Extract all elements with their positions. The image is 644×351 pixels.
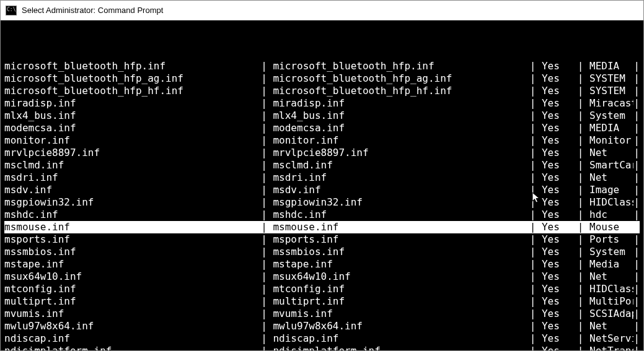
cell-inbox: Yes [542, 345, 578, 350]
cell-inbox: Yes [542, 134, 578, 147]
table-row[interactable]: ndiscap.inf | ndiscap.inf | Yes | NetSer… [4, 332, 640, 345]
cmd-icon [6, 6, 17, 15]
column-separator: | [530, 332, 542, 345]
table-row[interactable]: mvumis.inf | mvumis.inf | Yes | SCSIAdap… [4, 308, 640, 320]
column-separator: | [261, 320, 273, 332]
table-row[interactable]: monitor.inf | monitor.inf | Yes | Monito… [4, 134, 640, 147]
cell-published-name: microsoft_bluetooth_hfp_ag.inf [4, 72, 261, 85]
column-separator: | [530, 171, 542, 184]
row-end-separator: | [633, 97, 640, 110]
cell-published-name: msclmd.inf [4, 159, 261, 171]
cell-class: Monitor [589, 134, 633, 147]
column-separator: | [261, 110, 273, 122]
cell-original-name: mshdc.inf [273, 209, 529, 221]
table-row[interactable]: msux64w10.inf | msux64w10.inf | Yes | Ne… [4, 271, 640, 283]
table-row[interactable]: mstape.inf | mstape.inf | Yes | Media| [4, 258, 640, 271]
cell-original-name: msmouse.inf [273, 221, 529, 233]
column-separator: | [578, 122, 589, 134]
table-row[interactable]: msdv.inf | msdv.inf | Yes | Image| [4, 184, 640, 196]
cell-original-name: ndiscap.inf [273, 332, 529, 345]
cell-original-name: ndisimplatform.inf [273, 345, 529, 350]
table-row[interactable]: microsoft_bluetooth_hfp_ag.inf | microso… [4, 72, 640, 85]
cell-inbox: Yes [542, 196, 578, 209]
cell-class: System [589, 110, 633, 122]
cell-inbox: Yes [542, 308, 578, 320]
column-separator: | [578, 159, 589, 171]
cell-class: HIDClass [589, 196, 633, 209]
cell-published-name: msux64w10.inf [4, 271, 261, 283]
row-end-separator: | [633, 258, 640, 271]
cell-inbox: Yes [542, 110, 578, 122]
column-separator: | [578, 97, 589, 110]
titlebar[interactable]: Select Administrator: Command Prompt [1, 1, 643, 20]
table-row[interactable]: ndisimplatform.inf | ndisimplatform.inf … [4, 345, 640, 350]
table-row[interactable]: mssmbios.inf | mssmbios.inf | Yes | Syst… [4, 246, 640, 258]
column-separator: | [578, 72, 589, 85]
table-row[interactable]: microsoft_bluetooth_hfp_hf.inf | microso… [4, 85, 640, 97]
cell-original-name: multiprt.inf [273, 295, 529, 308]
cell-original-name: miradisp.inf [273, 97, 529, 110]
column-separator: | [578, 184, 589, 196]
row-end-separator: | [633, 221, 640, 233]
table-row[interactable]: mshdc.inf | mshdc.inf | Yes | hdc| [4, 209, 640, 221]
table-row[interactable]: mtconfig.inf | mtconfig.inf | Yes | HIDC… [4, 283, 640, 295]
cell-original-name: mwlu97w8x64.inf [273, 320, 529, 332]
column-separator: | [530, 258, 542, 271]
table-row[interactable]: mrvlpcie8897.inf | mrvlpcie8897.inf | Ye… [4, 147, 640, 159]
column-separator: | [530, 147, 542, 159]
column-separator: | [578, 320, 589, 332]
cell-published-name: msdri.inf [4, 171, 261, 184]
column-separator: | [261, 295, 273, 308]
table-row[interactable]: msclmd.inf | msclmd.inf | Yes | SmartCar… [4, 159, 640, 171]
row-end-separator: | [633, 320, 640, 332]
column-separator: | [261, 258, 273, 271]
table-row[interactable]: multiprt.inf | multiprt.inf | Yes | Mult… [4, 295, 640, 308]
column-separator: | [578, 134, 589, 147]
table-row[interactable]: msports.inf | msports.inf | Yes | Ports| [4, 233, 640, 246]
cell-inbox: Yes [542, 171, 578, 184]
row-end-separator: | [633, 171, 640, 184]
row-end-separator: | [633, 271, 640, 283]
column-separator: | [530, 271, 542, 283]
column-separator: | [530, 308, 542, 320]
row-end-separator: | [633, 110, 640, 122]
cell-original-name: microsoft_bluetooth_hfp_ag.inf [273, 72, 529, 85]
cell-inbox: Yes [542, 85, 578, 97]
console-output[interactable]: microsoft_bluetooth_hfp.inf | microsoft_… [1, 20, 643, 350]
column-separator: | [261, 159, 273, 171]
column-separator: | [578, 258, 589, 271]
column-separator: | [578, 246, 589, 258]
row-end-separator: | [633, 233, 640, 246]
cell-published-name: mrvlpcie8897.inf [4, 147, 261, 159]
app-window: Select Administrator: Command Prompt mic… [0, 0, 644, 351]
column-separator: | [530, 72, 542, 85]
cell-inbox: Yes [542, 122, 578, 134]
table-row[interactable]: msgpiowin32.inf | msgpiowin32.inf | Yes … [4, 196, 640, 209]
cell-class: Net [589, 271, 633, 283]
cell-published-name: microsoft_bluetooth_hfp_hf.inf [4, 85, 261, 97]
table-row[interactable]: microsoft_bluetooth_hfp.inf | microsoft_… [4, 60, 640, 72]
row-end-separator: | [633, 122, 640, 134]
column-separator: | [530, 345, 542, 350]
cell-inbox: Yes [542, 320, 578, 332]
cell-class: Ports [589, 233, 633, 246]
cell-class: Net [589, 147, 633, 159]
cell-original-name: msux64w10.inf [273, 271, 529, 283]
table-row[interactable]: modemcsa.inf | modemcsa.inf | Yes | MEDI… [4, 122, 640, 134]
row-end-separator: | [633, 159, 640, 171]
cell-class: Mouse [589, 221, 633, 233]
table-row[interactable]: msmouse.inf | msmouse.inf | Yes | Mouse| [4, 221, 640, 233]
cell-original-name: microsoft_bluetooth_hfp.inf [273, 60, 529, 72]
table-row[interactable]: mwlu97w8x64.inf | mwlu97w8x64.inf | Yes … [4, 320, 640, 332]
cell-class: NetTrans [589, 345, 633, 350]
table-row[interactable]: mlx4_bus.inf | mlx4_bus.inf | Yes | Syst… [4, 110, 640, 122]
cell-published-name: ndisimplatform.inf [4, 345, 261, 350]
column-separator: | [261, 147, 273, 159]
column-separator: | [578, 85, 589, 97]
table-row[interactable]: msdri.inf | msdri.inf | Yes | Net| [4, 171, 640, 184]
cell-published-name: msmouse.inf [4, 221, 261, 233]
column-separator: | [578, 110, 589, 122]
row-end-separator: | [633, 345, 640, 350]
cell-published-name: msdv.inf [4, 184, 261, 196]
table-row[interactable]: miradisp.inf | miradisp.inf | Yes | Mira… [4, 97, 640, 110]
